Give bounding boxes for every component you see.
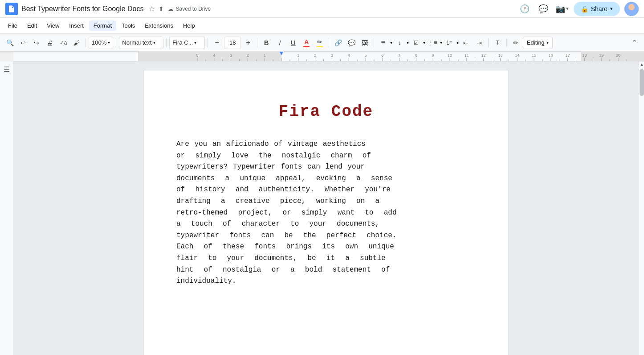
text-style-select[interactable]: Normal text ▾ [119,37,163,49]
meet-button[interactable]: 📷▾ [555,2,569,16]
separator-6 [329,38,329,47]
bullet-list-button[interactable]: ⋮≡ [426,37,439,49]
scroll-up-button[interactable]: ▲ [639,62,644,67]
history-button[interactable]: 🕐 [518,2,532,16]
document-area[interactable]: Fira Code Are you an aficionado of vinta… [13,62,639,355]
checklist-button[interactable]: ☑ [410,37,422,49]
saved-to-drive-label: ☁ Saved to Drive [167,5,211,12]
document-body[interactable]: Are you an aficionado of vintage aesthet… [176,139,476,287]
alignment-button[interactable]: ≡ [377,37,389,49]
undo-button[interactable]: ↩ [17,37,29,49]
numbered-dropdown-arrow[interactable]: ▾ [457,40,459,45]
decrease-indent-button[interactable]: ⇤ [460,37,472,49]
font-select[interactable]: Fira C... ▾ [169,37,205,49]
font-dropdown-arrow: ▾ [194,40,196,45]
star-icon[interactable]: ☆ [149,4,155,13]
menu-bar: File Edit View Insert Format Tools Exten… [0,18,644,34]
increase-font-button[interactable]: + [242,37,254,49]
checklist-dropdown-arrow[interactable]: ▾ [423,40,425,45]
main-area: ☰ Fira Code Are you an aficionado of vin… [0,62,644,355]
collapse-toolbar-button[interactable]: ⌃ [628,37,640,49]
font-size-input[interactable] [224,37,241,49]
style-dropdown-arrow: ▾ [153,40,155,45]
menu-extensions[interactable]: Extensions [140,21,178,31]
editing-dropdown-arrow: ▾ [546,40,549,45]
toolbar: 🔍 ↩ ↪ 🖨 ✓a 🖌 100% ▾ Normal text ▾ Fira C… [0,34,644,52]
spell-check-button[interactable]: ✓a [57,37,69,49]
separator-1 [86,38,86,47]
redo-button[interactable]: ↪ [30,37,43,49]
line-spacing-button[interactable]: ↕ [393,37,406,49]
document-title[interactable]: Best Typewriter Fonts for Google Docs [21,5,143,13]
document-page: Fira Code Are you an aficionado of vinta… [144,70,508,355]
separator-5 [257,38,257,47]
svg-point-1 [626,11,637,16]
pencil-button[interactable]: ✏ [509,37,522,49]
scrollbar[interactable]: ▲ ▼ [639,62,644,355]
paint-format-button[interactable]: 🖌 [70,37,83,49]
separator-3 [166,38,167,47]
insert-link-button[interactable]: 🔗 [332,37,344,49]
doc-icon [5,3,18,15]
share-lock-icon: 🔒 [581,5,588,12]
comments-button[interactable]: 💬 [536,2,550,16]
title-bar: Best Typewriter Fonts for Google Docs ☆ … [0,0,644,18]
scroll-thumb[interactable] [640,69,644,96]
italic-button[interactable]: I [273,37,286,49]
editing-mode-select[interactable]: Editing ▾ [523,37,553,49]
separator-2 [116,38,116,47]
menu-tools[interactable]: Tools [117,21,139,31]
clear-format-button[interactable]: T̶ [491,37,504,49]
menu-file[interactable]: File [4,21,22,31]
decrease-font-button[interactable]: − [211,37,223,49]
user-avatar[interactable] [624,2,639,16]
numbered-list-button[interactable]: 1≡ [443,37,456,49]
underline-button[interactable]: U [287,37,299,49]
zoom-select[interactable]: 100% ▾ [89,37,113,49]
spacing-dropdown-arrow[interactable]: ▾ [407,40,409,45]
menu-format[interactable]: Format [89,21,116,31]
share-dropdown-arrow: ▾ [610,6,613,12]
insert-comment-button[interactable]: 💬 [345,37,358,49]
separator-7 [374,38,374,47]
ruler [13,52,644,62]
document-heading[interactable]: Fira Code [176,103,476,121]
header-right: 🕐 💬 📷▾ 🔒 Share ▾ [518,2,639,16]
print-button[interactable]: 🖨 [44,37,56,49]
alignment-dropdown-arrow[interactable]: ▾ [390,40,392,45]
menu-insert[interactable]: Insert [65,21,88,31]
bullet-dropdown-arrow[interactable]: ▾ [440,40,442,45]
cloud-icon: ☁ [167,5,174,12]
left-panel: ☰ [0,62,13,355]
separator-4 [208,38,208,47]
separator-8 [488,38,489,47]
zoom-dropdown-arrow: ▾ [108,40,110,45]
separator-9 [506,38,507,47]
drive-upload-icon[interactable]: ⬆ [159,5,164,12]
share-button[interactable]: 🔒 Share ▾ [574,2,620,16]
increase-indent-button[interactable]: ⇥ [473,37,485,49]
insert-image-button[interactable]: 🖼 [359,37,371,49]
menu-view[interactable]: View [42,21,64,31]
bold-button[interactable]: B [260,37,273,49]
svg-point-0 [628,4,635,10]
outline-button[interactable]: ☰ [4,65,10,74]
highlight-button[interactable]: ✏ [314,37,326,49]
menu-edit[interactable]: Edit [23,21,41,31]
text-color-button[interactable]: A [300,37,313,49]
menu-help[interactable]: Help [179,21,200,31]
search-button[interactable]: 🔍 [4,37,16,49]
